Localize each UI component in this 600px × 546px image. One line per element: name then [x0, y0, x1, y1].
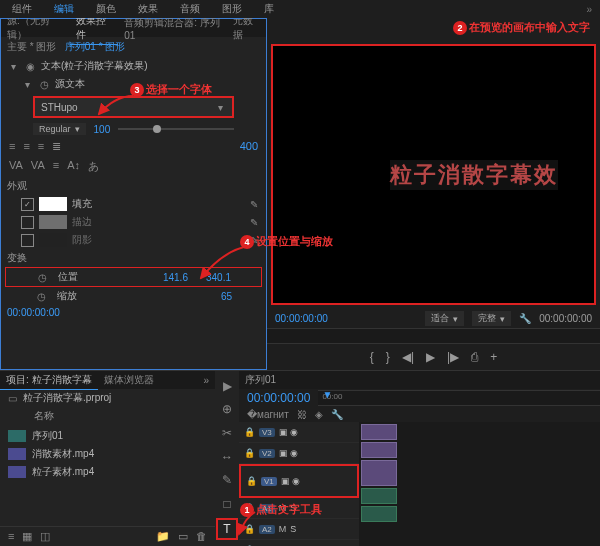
- project-file: ▭ 粒子消散字幕.prproj: [0, 389, 215, 407]
- freeform-view-icon[interactable]: ◫: [40, 530, 50, 543]
- playhead-icon[interactable]: ▼: [322, 389, 332, 400]
- tab-graphics[interactable]: 图形: [218, 0, 246, 18]
- kerning-icon[interactable]: VA: [9, 159, 23, 174]
- list-item[interactable]: 粒子素材.mp4: [0, 463, 215, 481]
- timeline-ruler[interactable]: 00:00 ▼: [318, 390, 600, 406]
- settings-icon[interactable]: 🔧: [331, 409, 343, 420]
- slip-tool[interactable]: ↔: [218, 448, 236, 466]
- align-left-icon[interactable]: ≡: [9, 140, 15, 153]
- align-center-icon[interactable]: ≡: [23, 140, 29, 153]
- font-size[interactable]: 100: [94, 124, 111, 135]
- track-area[interactable]: [359, 422, 600, 546]
- tab-components[interactable]: 组件: [8, 0, 36, 18]
- list-item[interactable]: 序列01: [0, 427, 215, 445]
- clip[interactable]: [361, 460, 397, 486]
- preview-canvas[interactable]: 粒子消散字幕效: [271, 44, 596, 305]
- export-frame-icon[interactable]: ⎙: [471, 350, 478, 364]
- scale-value[interactable]: 65: [221, 291, 232, 302]
- effect-controls-panel: 源:（无剪辑） 效果控件 音频剪辑混合器: 序列01 元数据 主要 * 图形 序…: [0, 18, 267, 370]
- mark-in-icon[interactable]: {: [370, 350, 374, 364]
- track-v2[interactable]: 🔒V2▣ ◉: [239, 443, 359, 464]
- tracking-value[interactable]: 400: [240, 140, 258, 153]
- ripple-tool[interactable]: ✂: [218, 424, 236, 442]
- scale-row[interactable]: ◷ 缩放 65: [5, 287, 262, 305]
- eyedropper-icon[interactable]: ✎: [248, 198, 260, 210]
- step-fwd-icon[interactable]: |▶: [447, 350, 459, 364]
- position-x[interactable]: 141.6: [163, 272, 188, 283]
- leading-icon[interactable]: ≡: [53, 159, 59, 174]
- tab-color[interactable]: 颜色: [92, 0, 120, 18]
- zoom-dropdown[interactable]: 适合 ▾: [425, 311, 464, 326]
- wrench-icon[interactable]: 🔧: [519, 313, 531, 325]
- eyedropper-icon[interactable]: ✎: [248, 216, 260, 228]
- play-icon[interactable]: ▶: [426, 350, 435, 364]
- tab-audio[interactable]: 音频: [176, 0, 204, 18]
- overflow-icon[interactable]: »: [203, 375, 215, 386]
- breadcrumb: 主要 * 图形 序列01 * 图形: [1, 37, 266, 57]
- mark-out-icon[interactable]: }: [386, 350, 390, 364]
- baseline-icon[interactable]: A↕: [67, 159, 80, 174]
- timeline-tab[interactable]: 序列01: [245, 373, 276, 387]
- rectangle-tool[interactable]: □: [218, 495, 236, 513]
- shadow-checkbox[interactable]: [21, 234, 34, 247]
- stroke-row[interactable]: 描边 ✎: [1, 213, 266, 231]
- tab-project[interactable]: 项目: 粒子消散字幕: [0, 371, 98, 390]
- clip[interactable]: [361, 506, 397, 522]
- clip[interactable]: [361, 424, 397, 440]
- clip[interactable]: [361, 488, 397, 504]
- clip[interactable]: [361, 442, 397, 458]
- font-weight-dropdown[interactable]: Regular ▾: [33, 123, 86, 135]
- tab-effects[interactable]: 效果: [134, 0, 162, 18]
- stroke-checkbox[interactable]: [21, 216, 34, 229]
- lock-icon[interactable]: 🔒: [243, 447, 255, 459]
- stopwatch-icon[interactable]: ◷: [36, 271, 48, 283]
- monitor-timecode-left[interactable]: 00:00:00:00: [275, 313, 328, 324]
- type-tool[interactable]: T: [216, 518, 238, 540]
- plus-icon[interactable]: +: [490, 350, 497, 364]
- annotation-2-badge: 2: [453, 21, 467, 35]
- selection-tool[interactable]: ▶: [218, 377, 236, 395]
- tab-edit[interactable]: 编辑: [50, 0, 78, 18]
- subtitle-text[interactable]: 粒子消散字幕效: [390, 160, 558, 190]
- new-bin-icon[interactable]: 📁: [156, 530, 170, 543]
- layer-row[interactable]: ▾ ◉ 文本(粒子消散字幕效果): [1, 57, 266, 75]
- track-v1[interactable]: 🔒V1▣ ◉: [239, 464, 359, 498]
- align-justify-icon[interactable]: ≣: [52, 140, 61, 153]
- lock-icon[interactable]: 🔒: [245, 475, 257, 487]
- shadow-swatch[interactable]: [39, 233, 67, 247]
- stopwatch-icon[interactable]: ◷: [38, 78, 50, 90]
- track-select-tool[interactable]: ⊕: [218, 401, 236, 419]
- step-back-icon[interactable]: ◀|: [402, 350, 414, 364]
- stroke-swatch[interactable]: [39, 215, 67, 229]
- pen-tool[interactable]: ✎: [218, 471, 236, 489]
- annotation-4-text: 设置位置与缩放: [256, 234, 333, 249]
- track-v3[interactable]: 🔒V3▣ ◉: [239, 422, 359, 443]
- eye-icon[interactable]: ◉: [24, 60, 36, 72]
- stopwatch-icon[interactable]: ◷: [35, 290, 47, 302]
- link-icon[interactable]: ⛓: [297, 409, 307, 420]
- toolbox: ▶ ⊕ ✂ ↔ ✎ □ T: [215, 371, 239, 546]
- list-item[interactable]: 消散素材.mp4: [0, 445, 215, 463]
- fill-checkbox[interactable]: ✓: [21, 198, 34, 211]
- tab-library[interactable]: 库: [260, 0, 278, 18]
- monitor-ruler[interactable]: [267, 328, 600, 344]
- playhead-timecode[interactable]: 00:00:00:00: [239, 389, 318, 407]
- tracking-icon[interactable]: VA: [31, 159, 45, 174]
- tab-media-browser[interactable]: 媒体浏览器: [98, 371, 160, 389]
- align-right-icon[interactable]: ≡: [38, 140, 44, 153]
- font-size-slider[interactable]: [118, 128, 234, 130]
- icon-view-icon[interactable]: ▦: [22, 530, 32, 543]
- snap-icon[interactable]: �магнит: [247, 409, 289, 420]
- resolution-dropdown[interactable]: 完整 ▾: [472, 311, 511, 326]
- marker-icon[interactable]: ◈: [315, 409, 323, 420]
- lock-icon[interactable]: 🔒: [243, 426, 255, 438]
- tsume-icon[interactable]: あ: [88, 159, 99, 174]
- list-view-icon[interactable]: ≡: [8, 530, 14, 543]
- video-icon: [8, 466, 26, 478]
- overflow-icon[interactable]: »: [586, 4, 592, 15]
- new-item-icon[interactable]: ▭: [178, 530, 188, 543]
- bin-icon: ▭: [6, 392, 18, 404]
- fill-row[interactable]: ✓ 填充 ✎: [1, 195, 266, 213]
- trash-icon[interactable]: 🗑: [196, 530, 207, 543]
- fill-swatch[interactable]: [39, 197, 67, 211]
